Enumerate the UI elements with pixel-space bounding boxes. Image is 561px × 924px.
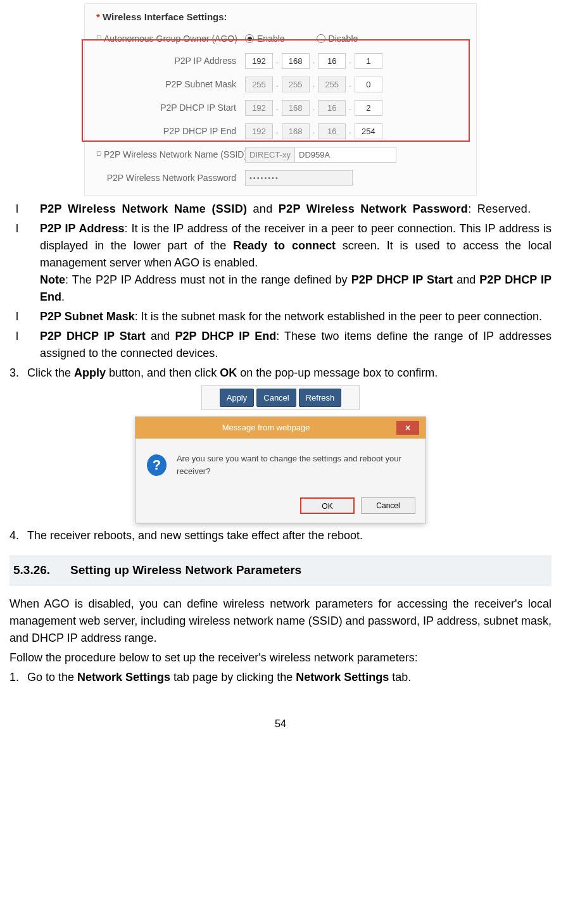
step-number: 1. [9,669,27,686]
p2p-ip-octet-3[interactable]: 16 [318,53,346,69]
bullet-marker: l [16,201,40,218]
intro-paragraph-1: When AGO is disabled, you can define wir… [9,596,552,647]
p2p-mask-octet-3[interactable]: 255 [318,77,346,92]
p2p-mask-octet-1[interactable]: 255 [245,77,273,92]
p2p-start-octet-1[interactable]: 192 [245,100,273,116]
cancel-button[interactable]: Cancel [256,389,296,408]
ago-disable-radio[interactable]: Disable [317,32,358,46]
p2p-end-octet-3[interactable]: 16 [318,123,346,139]
apply-button[interactable]: Apply [220,389,255,408]
p2p-start-row: P2P DHCP IP Start 192. 168. 16. 2 [96,100,465,116]
ssid-row: ◻P2P Wireless Network Name (SSID) DIRECT… [96,147,465,163]
bullet-p2p-dhcp: l P2P DHCP IP Start and P2P DHCP IP End:… [16,328,552,362]
intro-paragraph-2: Follow the procedure below to set up the… [9,649,552,666]
page-number: 54 [9,716,552,732]
ssid-label: ◻P2P Wireless Network Name (SSID) [96,148,245,161]
button-bar: Apply Cancel Refresh [201,385,360,411]
ago-row: ◻Autonomous Group Owner (AGO) Enable Dis… [96,32,465,46]
dialog-message: Are you sure you want to change the sett… [177,453,414,477]
radio-icon [245,34,254,43]
p2p-mask-octet-2[interactable]: 255 [282,77,310,92]
p2p-start-label: P2P DHCP IP Start [96,101,245,115]
bullet-p2p-ip: l P2P IP Address: It is the IP address o… [16,220,552,306]
bullet-marker: l [16,308,40,325]
section-number: 5.3.26. [13,561,70,580]
ago-enable-radio[interactable]: Enable [245,32,285,46]
ok-button[interactable]: OK [300,497,355,514]
p2p-ip-row: P2P IP Address 192. 168. 16. 1 [96,53,465,69]
step-number: 4. [9,527,27,544]
figure-title: * Wireless Interface Settings: [96,10,465,25]
section-title: Setting up Wireless Network Parameters [70,563,301,577]
step-1: 1. Go to the Network Settings tab page b… [9,669,552,686]
ssid-input[interactable]: DD959A [295,147,396,163]
dialog-body: ? Are you sure you want to change the se… [136,439,425,491]
password-label: P2P Wireless Network Password [96,172,245,185]
bullet-p2p-mask: l P2P Subnet Mask: It is the subnet mask… [16,308,552,325]
password-row: P2P Wireless Network Password •••••••• [96,170,465,186]
dialog-titlebar: Message from webpage × [136,417,425,439]
question-icon: ? [147,454,167,476]
p2p-start-octet-4[interactable]: 2 [355,100,382,116]
section-heading: 5.3.26.Setting up Wireless Network Param… [9,556,552,585]
p2p-mask-label: P2P Subnet Mask [96,78,245,91]
radio-icon [317,34,325,43]
ssid-prefix: DIRECT-xy [245,147,295,163]
bullet-ssid-password: l P2P Wireless Network Name (SSID) and P… [16,201,552,218]
p2p-ip-octet-2[interactable]: 168 [282,53,310,69]
close-icon[interactable]: × [396,421,419,435]
refresh-button[interactable]: Refresh [299,389,342,408]
bullet-marker: l [16,220,40,306]
password-input[interactable]: •••••••• [245,170,353,186]
p2p-start-octet-2[interactable]: 168 [282,100,310,116]
p2p-mask-octet-4[interactable]: 0 [355,77,382,92]
p2p-ip-octet-4[interactable]: 1 [355,53,382,69]
dialog-footer: OK Cancel [136,491,425,523]
p2p-end-label: P2P DHCP IP End [96,125,245,138]
p2p-end-octet-2[interactable]: 168 [282,123,310,139]
p2p-ip-octet-1[interactable]: 192 [245,53,273,69]
p2p-ip-label: P2P IP Address [96,54,245,68]
p2p-end-row: P2P DHCP IP End 192. 168. 16. 254 [96,123,465,139]
p2p-start-octet-3[interactable]: 16 [318,100,346,116]
dialog-title: Message from webpage [136,421,396,434]
step-number: 3. [9,365,27,382]
wireless-settings-figure: * Wireless Interface Settings: ◻Autonomo… [84,3,477,196]
step-4: 4. The receiver reboots, and new setting… [9,527,552,544]
bullet-marker: l [16,328,40,362]
figure-title-text: Wireless Interface Settings: [100,11,227,22]
apply-dialog-figure: Apply Cancel Refresh Message from webpag… [135,385,426,524]
confirm-dialog: Message from webpage × ? Are you sure yo… [135,416,426,523]
step-3: 3. Click the Apply button, and then clic… [9,365,552,382]
p2p-end-octet-1[interactable]: 192 [245,123,273,139]
p2p-end-octet-4[interactable]: 254 [355,123,382,139]
ago-label: ◻Autonomous Group Owner (AGO) [96,32,245,46]
cancel-dialog-button[interactable]: Cancel [361,497,415,514]
p2p-mask-row: P2P Subnet Mask 255. 255. 255. 0 [96,77,465,92]
